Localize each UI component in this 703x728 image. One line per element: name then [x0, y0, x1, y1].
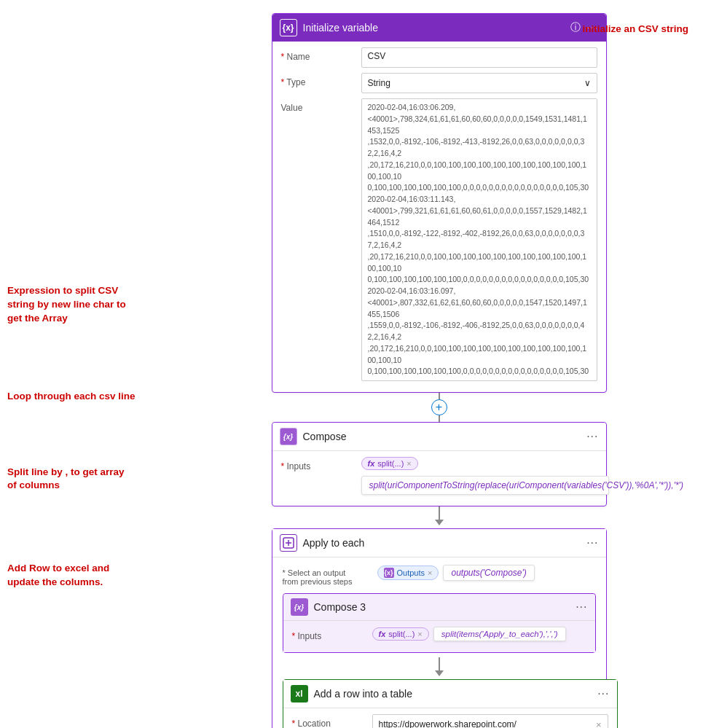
add-row-title: Add a row into a table — [314, 688, 412, 700]
apply-select-row: * Select an outputfrom previous steps {x… — [283, 565, 596, 586]
type-row: Type String ∨ — [281, 73, 597, 93]
compose3-inputs-row: Inputs fx split(...) × split(it — [292, 627, 586, 641]
add-row-actions: ··· — [597, 687, 609, 700]
compose-actions: ··· — [586, 430, 598, 443]
compose-header: {x} Compose ··· — [272, 423, 606, 451]
apply-select-label: * Select an outputfrom previous steps — [283, 565, 370, 586]
value-row: Value 2020-02-04,16:03:06.209, <40001>,7… — [281, 98, 597, 381]
compose3-actions: ··· — [576, 600, 587, 614]
type-label: Type — [281, 73, 361, 87]
add-step-button-1[interactable]: + — [431, 399, 447, 415]
name-label: Name — [281, 47, 361, 62]
xl-icon: xl — [291, 685, 308, 702]
compose3-chip-x[interactable]: × — [417, 630, 422, 638]
annotation-loop: Loop through each csv line — [7, 390, 168, 404]
compose3-inputs-area: fx split(...) × split(items('Apply_to_ea… — [372, 627, 586, 641]
compose-icon: {x} — [280, 428, 297, 445]
location-input[interactable]: https://dpowerwork.sharepoint.com/ × — [372, 714, 608, 728]
add-row-header: xl Add a row into a table ··· — [283, 680, 617, 708]
compose-title: Compose — [303, 431, 347, 442]
apply-more-icon[interactable]: ··· — [586, 536, 598, 549]
init-variable-card: {x} Initialize variable ⓘ ··· Name CSV T… — [272, 13, 607, 393]
compose3-icon: {x} — [291, 598, 308, 616]
compose3-expression-callout: split(items('Apply_to_each'),',',') — [433, 627, 566, 641]
compose-expression-text: split(uriComponentToString(replace(uriCo… — [369, 480, 683, 490]
apply-each-body: * Select an outputfrom previous steps {x… — [272, 557, 606, 728]
init-var-icon: {x} — [280, 19, 297, 36]
compose3-fx-chip[interactable]: fx split(...) × — [372, 627, 429, 641]
apply-each-card: Apply to each ··· * Select an outputfrom… — [272, 528, 607, 728]
init-variable-title: Initialize variable — [303, 22, 379, 34]
outputs-chip-label: Outputs — [397, 568, 425, 577]
add-row-more-icon[interactable]: ··· — [597, 687, 609, 700]
annotation-add-row: Add Row to excel andupdate the columns. — [7, 562, 168, 590]
annotation-expr-split: Expression to split CSVstring by new lin… — [7, 284, 168, 326]
compose-expression-callout: split(uriComponentToString(replace(uriCo… — [361, 476, 609, 495]
compose-inputs-area: fx split(...) × split(uriComponentToStri… — [361, 457, 609, 495]
location-label: Location — [292, 714, 372, 728]
init-variable-body: Name CSV Type String ∨ Value 2020-02-04,… — [272, 42, 606, 392]
outputs-callout: outputs('Compose') — [443, 565, 534, 581]
apply-each-title: Apply to each — [303, 537, 365, 549]
location-row: Location https://dpowerwork.sharepoint.c… — [292, 714, 608, 728]
compose3-title: Compose 3 — [314, 601, 366, 613]
compose-fx-chip[interactable]: fx split(...) × — [361, 457, 418, 470]
compose3-more-icon[interactable]: ··· — [576, 600, 587, 614]
value-label: Value — [281, 98, 361, 113]
compose3-inputs-label: Inputs — [292, 627, 372, 641]
type-select[interactable]: String ∨ — [361, 73, 597, 93]
compose-body: Inputs fx split(...) × split — [272, 451, 606, 506]
name-row: Name CSV — [281, 47, 597, 68]
outputs-chip[interactable]: {x} Outputs × — [377, 565, 439, 580]
compose-inputs-row: Inputs fx split(...) × split — [281, 457, 597, 495]
type-value: String — [368, 78, 390, 88]
info-icon[interactable]: ⓘ — [570, 21, 581, 34]
location-clear[interactable]: × — [596, 719, 602, 729]
apply-each-header: Apply to each ··· — [272, 529, 606, 557]
compose-inputs-label: Inputs — [281, 457, 361, 471]
compose-inputs-chips: fx split(...) × — [361, 457, 609, 470]
apply-output-area: {x} Outputs × outputs('Compose') — [377, 565, 596, 581]
apply-icon — [280, 534, 297, 552]
value-textarea[interactable]: 2020-02-04,16:03:06.209, <40001>,798,324… — [361, 98, 597, 381]
chevron-down-icon: ∨ — [584, 78, 591, 88]
init-variable-header: {x} Initialize variable ⓘ ··· — [272, 14, 606, 42]
add-row-card: xl Add a row into a table ··· Location h… — [283, 679, 618, 728]
compose-card: {x} Compose ··· Inputs fx split(...) — [272, 422, 607, 506]
outputs-chip-x[interactable]: × — [428, 568, 432, 577]
compose3-expression-text: split(items('Apply_to_each'),',',') — [441, 630, 558, 638]
apply-each-actions: ··· — [586, 536, 598, 549]
connector-arrow-inner — [283, 657, 596, 679]
name-input[interactable]: CSV — [361, 47, 597, 68]
compose-more-icon[interactable]: ··· — [586, 430, 598, 443]
compose3-body: Inputs fx split(...) × split(it — [283, 621, 595, 652]
compose3-card: {x} Compose 3 ··· Inputs — [283, 593, 596, 653]
compose-chip-x[interactable]: × — [407, 459, 411, 468]
connector-plus-1: + — [431, 393, 447, 422]
location-value: https://dpowerwork.sharepoint.com/ — [379, 719, 517, 728]
compose3-header: {x} Compose 3 ··· — [283, 594, 595, 621]
annotation-init-csv: initialize an CSV string — [582, 23, 688, 34]
annotation-split-line: Split line by , to get arrayof columns — [7, 466, 168, 493]
connector-arrow-1 — [435, 506, 444, 528]
add-row-body: Location https://dpowerwork.sharepoint.c… — [283, 708, 617, 728]
